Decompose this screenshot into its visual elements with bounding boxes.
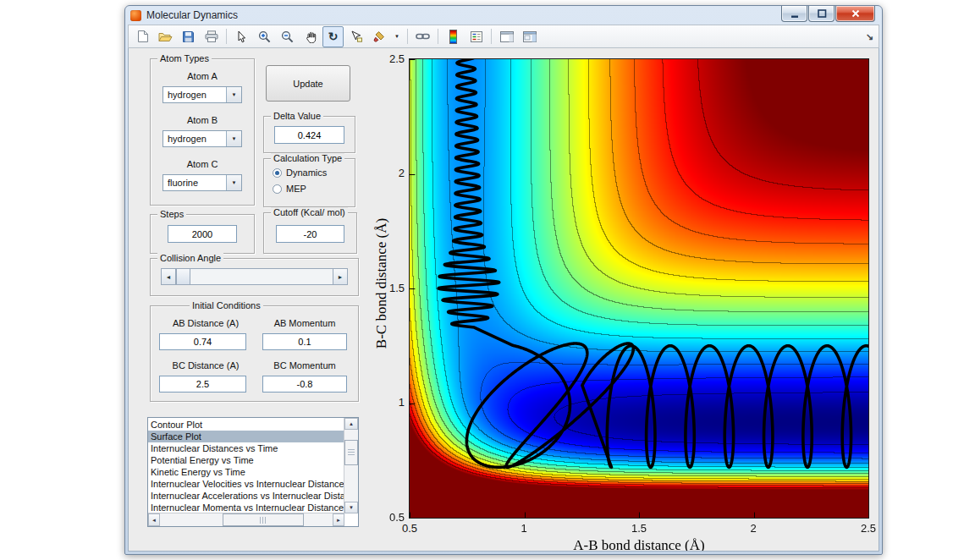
window-title: Molecular Dynamics xyxy=(146,9,238,21)
minimize-button[interactable] xyxy=(781,6,807,22)
scroll-down-button[interactable]: ▼ xyxy=(344,502,358,513)
rotate-3d-button[interactable]: ↻ xyxy=(322,26,344,47)
list-item[interactable]: Internuclear Accelerations vs Internucle… xyxy=(148,490,344,502)
collision-angle-panel: Collision Angle ◄ ► xyxy=(150,258,359,296)
window-controls xyxy=(781,6,875,22)
app-window: Molecular Dynamics xyxy=(124,5,883,555)
atom-a-select[interactable]: hydrogen ▼ xyxy=(162,86,242,103)
save-figure-button[interactable] xyxy=(178,26,199,47)
list-item[interactable]: Internuclear Distances vs Time xyxy=(148,442,344,454)
atom-b-select[interactable]: hydrogen ▼ xyxy=(162,130,242,147)
vertical-scrollbar: ▲ ▼ xyxy=(344,418,358,513)
mep-radio-label: MEP xyxy=(286,184,306,194)
figure-toolbar: ↻ ▼ ↘ xyxy=(128,25,879,48)
floppy-disk-icon xyxy=(182,30,195,43)
ab-momentum-input[interactable] xyxy=(262,333,347,350)
y-axis-label: B-C bond distance (Å) xyxy=(373,186,390,381)
vertical-scroll-thumb[interactable] xyxy=(344,440,358,465)
brush-data-button[interactable] xyxy=(368,26,389,47)
toolbar-separator xyxy=(407,29,408,44)
initial-conditions-title: Initial Conditions xyxy=(190,300,263,310)
scroll-up-button[interactable]: ▲ xyxy=(344,418,358,430)
hide-plot-tools-button[interactable] xyxy=(496,26,517,47)
cutoff-input[interactable] xyxy=(276,225,344,243)
list-item[interactable]: Kinetic Energy vs Time xyxy=(148,466,344,478)
x-tick-label: 1.5 xyxy=(622,522,656,535)
print-figure-button[interactable] xyxy=(201,26,222,47)
data-cursor-icon xyxy=(350,30,362,42)
zoom-in-icon xyxy=(258,30,271,43)
edit-plot-button[interactable] xyxy=(231,26,252,47)
zoom-in-button[interactable] xyxy=(254,26,275,47)
mep-radio[interactable]: MEP xyxy=(273,184,306,194)
zoom-out-button[interactable] xyxy=(277,26,298,47)
list-item[interactable]: Contour Plot xyxy=(148,419,344,431)
ab-momentum-label: AB Momentum xyxy=(261,318,349,328)
list-item-selected[interactable]: Surface Plot xyxy=(148,431,344,442)
open-folder-icon xyxy=(158,31,173,42)
slider-right-arrow[interactable]: ► xyxy=(333,269,347,284)
slider-thumb[interactable] xyxy=(176,269,190,284)
title-bar[interactable]: Molecular Dynamics xyxy=(125,6,882,25)
update-button[interactable]: Update xyxy=(266,65,350,102)
new-figure-button[interactable] xyxy=(132,26,153,47)
show-plot-tools-icon xyxy=(523,31,537,42)
atom-c-value: fluorine xyxy=(163,178,226,188)
x-tick-label: 0.5 xyxy=(393,522,427,535)
calculation-type-panel: Calculation Type Dynamics MEP xyxy=(263,158,355,207)
list-item[interactable]: Internuclear Velocities vs Internuclear … xyxy=(148,478,344,490)
ab-distance-label: AB Distance (A) xyxy=(159,318,252,328)
show-plot-tools-button[interactable] xyxy=(519,26,540,47)
cutoff-title: Cutoff (Kcal/ mol) xyxy=(271,207,348,217)
figure-client-area: Atom Types Atom A hydrogen ▼ Atom B hydr… xyxy=(128,48,879,552)
calculation-type-title: Calculation Type xyxy=(271,153,344,163)
initial-conditions-panel: Initial Conditions AB Distance (A) AB Mo… xyxy=(150,305,359,402)
chevron-down-icon: ▼ xyxy=(226,131,241,146)
hide-plot-tools-icon xyxy=(500,31,514,42)
bc-distance-input[interactable] xyxy=(159,376,246,393)
pan-button[interactable] xyxy=(300,26,321,47)
atom-c-select[interactable]: fluorine ▼ xyxy=(162,174,242,191)
list-item[interactable]: Potential Energy vs Time xyxy=(148,454,344,466)
horizontal-scroll-thumb[interactable] xyxy=(223,513,304,526)
pes-contour-canvas[interactable] xyxy=(410,59,868,518)
link-plot-button[interactable] xyxy=(412,26,433,47)
toolbar-separator xyxy=(226,29,227,44)
data-cursor-button[interactable] xyxy=(345,26,366,47)
list-item[interactable]: Internuclear Momenta vs Internuclear Dis… xyxy=(148,502,344,513)
scroll-right-button[interactable]: ► xyxy=(333,513,344,526)
close-button[interactable] xyxy=(835,6,875,22)
slider-left-arrow[interactable]: ◄ xyxy=(162,269,176,284)
y-tick-label: 2 xyxy=(377,167,405,179)
maximize-icon xyxy=(817,8,827,19)
maximize-button[interactable] xyxy=(808,6,835,22)
atom-b-label: Atom B xyxy=(151,115,254,125)
atom-a-label: Atom A xyxy=(151,71,254,81)
collision-angle-slider[interactable]: ◄ ► xyxy=(161,268,348,285)
ab-distance-input[interactable] xyxy=(159,333,246,350)
dynamics-radio[interactable]: Dynamics xyxy=(273,167,327,178)
insert-colorbar-button[interactable] xyxy=(443,26,464,47)
steps-title: Steps xyxy=(157,209,186,219)
pan-hand-icon xyxy=(305,30,317,43)
collision-angle-title: Collision Angle xyxy=(157,253,223,263)
rotate-3d-icon: ↻ xyxy=(328,30,339,42)
open-file-button[interactable] xyxy=(155,26,176,47)
bc-distance-label: BC Distance (A) xyxy=(159,360,252,371)
brush-dropdown-button[interactable]: ▼ xyxy=(391,26,403,47)
steps-input[interactable] xyxy=(168,225,237,243)
new-document-icon xyxy=(137,30,149,43)
dock-figure-button[interactable]: ↘ xyxy=(866,31,875,42)
printer-icon xyxy=(205,30,218,42)
cutoff-panel: Cutoff (Kcal/ mol) xyxy=(263,212,357,254)
bc-momentum-input[interactable] xyxy=(262,376,347,393)
radio-selected-icon xyxy=(273,168,282,178)
horizontal-scrollbar: ◄ ► xyxy=(148,513,344,526)
atom-types-title: Atom Types xyxy=(157,53,212,63)
matlab-figure-icon xyxy=(130,10,141,21)
legend-icon xyxy=(471,31,482,42)
delta-value-input[interactable] xyxy=(274,126,344,144)
scroll-left-button[interactable]: ◄ xyxy=(148,513,160,526)
insert-legend-button[interactable] xyxy=(465,26,487,47)
link-chain-icon xyxy=(416,32,430,41)
